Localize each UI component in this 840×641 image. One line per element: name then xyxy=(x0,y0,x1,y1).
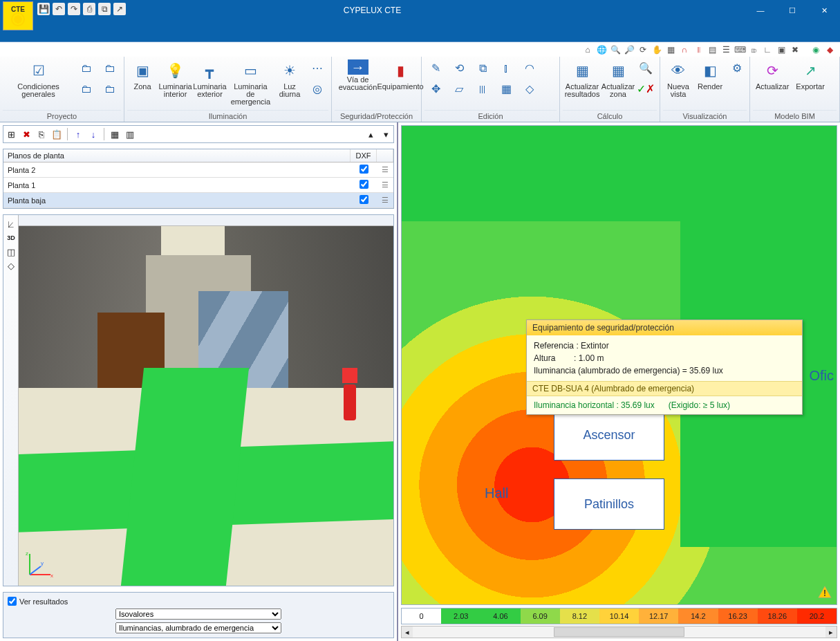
row-config-icon[interactable]: ☰ xyxy=(377,178,393,192)
edit5[interactable]: ⧉ xyxy=(472,58,494,77)
options-icon[interactable]: ⎄ xyxy=(747,44,760,56)
edit1[interactable]: ✎ xyxy=(424,58,447,77)
col-config[interactable] xyxy=(377,149,393,162)
row-config-icon[interactable]: ☰ xyxy=(377,194,393,207)
scroll-left-icon[interactable]: ◂ xyxy=(402,626,413,638)
edit2[interactable]: ✥ xyxy=(424,79,447,98)
edit4[interactable]: ▱ xyxy=(448,79,470,98)
check-x-button[interactable]: ✓✗ xyxy=(635,79,657,98)
condiciones-generales-button[interactable]: ☑ Condiciones generales xyxy=(3,58,74,100)
settings-button[interactable]: ⚙ xyxy=(727,58,747,77)
keyboard-icon[interactable]: ⌨ xyxy=(734,44,746,56)
edit6[interactable]: ⫼ xyxy=(472,79,494,98)
paste-icon[interactable]: 📋 xyxy=(50,128,63,140)
row-config-icon[interactable]: ☰ xyxy=(377,163,393,176)
nueva-vista-button[interactable]: 👁Nueva vista xyxy=(663,58,693,100)
collapse-down-icon[interactable]: ▾ xyxy=(380,128,392,140)
external-icon[interactable]: ↗ xyxy=(113,3,126,15)
folder3-button[interactable]: 🗀 xyxy=(99,58,121,77)
up-icon[interactable]: ↑ xyxy=(72,128,84,140)
preview-icon[interactable]: ▦ xyxy=(109,128,121,140)
dots-button[interactable]: ⋯ xyxy=(306,58,328,77)
axis-icon[interactable]: ⟀ xyxy=(5,218,17,230)
box-icon[interactable]: ⧉ xyxy=(98,3,111,15)
down-icon[interactable]: ↓ xyxy=(87,128,100,140)
home-icon[interactable]: ⌂ xyxy=(581,44,594,56)
folder4-button[interactable]: 🗀 xyxy=(99,79,121,98)
col-name[interactable]: Planos de planta xyxy=(3,149,351,162)
close-button[interactable]: ✕ xyxy=(808,1,840,20)
col-dxf[interactable]: DXF xyxy=(351,149,377,162)
print-icon[interactable]: ⎙ xyxy=(83,3,95,15)
edit9[interactable]: ◠ xyxy=(519,58,541,77)
zoom-calc-button[interactable]: 🔍 xyxy=(635,58,657,77)
edit3[interactable]: ⟲ xyxy=(448,58,470,77)
refresh-icon[interactable]: ⟳ xyxy=(637,44,649,56)
snap-icon[interactable]: ⫴ xyxy=(692,44,704,56)
save-icon[interactable]: 💾 xyxy=(37,3,50,15)
zone-icon: ▣ xyxy=(131,59,153,82)
dxf-checkbox[interactable] xyxy=(360,165,368,174)
zoom-out-icon[interactable]: 🔎 xyxy=(623,44,635,56)
actualizar-bim-button[interactable]: ⟳Actualizar xyxy=(753,58,792,92)
luz-diurna-button[interactable]: ☀Luz diurna xyxy=(274,58,305,100)
dxf-checkbox[interactable] xyxy=(360,180,368,189)
undo-icon[interactable]: ↶ xyxy=(53,3,65,15)
folder1-button[interactable]: 🗀 xyxy=(75,58,97,77)
maximize-button[interactable]: ☐ xyxy=(776,1,808,20)
scroll-thumb[interactable] xyxy=(554,627,684,637)
zona-button[interactable]: ▣Zona xyxy=(127,58,158,92)
via-evacuacion-button[interactable]: →Vía de evacuación xyxy=(335,58,381,93)
folder2-button[interactable]: 🗀 xyxy=(75,79,97,98)
hand-icon[interactable]: ✋ xyxy=(651,44,663,56)
help-icon[interactable]: ◉ xyxy=(810,44,822,56)
scroll-right-icon[interactable]: ▸ xyxy=(825,626,837,638)
copy-icon[interactable]: ⎘ xyxy=(35,128,48,140)
info-tooltip: Equipamiento de seguridad/protección Ref… xyxy=(526,319,803,415)
edit7[interactable]: ⫿ xyxy=(495,58,517,77)
table-row[interactable]: Planta 1☰ xyxy=(3,178,393,193)
dots-icon: ⋯ xyxy=(309,59,326,76)
wire-icon[interactable]: ◇ xyxy=(5,259,17,272)
add-icon[interactable]: ⊞ xyxy=(5,128,17,140)
actualizar-resultados-button[interactable]: ▦Actualizar resultados xyxy=(563,58,601,100)
edit10[interactable]: ◇ xyxy=(519,79,541,98)
delete-icon[interactable]: ✖ xyxy=(20,128,32,140)
cube-icon: ◧ xyxy=(699,59,721,82)
ver-resultados-checkbox[interactable] xyxy=(8,597,17,606)
zoom-icon[interactable]: 🔍 xyxy=(609,44,622,56)
tools-icon[interactable]: ✖ xyxy=(789,44,801,56)
redo-icon[interactable]: ↷ xyxy=(68,3,80,15)
squares-icon[interactable]: ▣ xyxy=(775,44,787,56)
edit8[interactable]: ▦ xyxy=(495,79,517,98)
display-mode-select[interactable]: Isovalores xyxy=(115,609,281,620)
luminaria-exterior-button[interactable]: ┳Luminaria exterior xyxy=(193,58,227,100)
render-button[interactable]: ◧Render xyxy=(695,58,725,92)
exportar-button[interactable]: ↗Exportar xyxy=(793,58,828,92)
luminaria-emergencia-button[interactable]: ▭Luminaria de emergencia xyxy=(228,58,273,107)
viewport-3d[interactable]: ⟀ 3D ◫ ◇ x z y xyxy=(3,214,394,586)
angle-icon[interactable]: ∟ xyxy=(761,44,774,56)
cube3d-icon[interactable]: ◫ xyxy=(5,245,17,258)
table-row[interactable]: Planta 2☰ xyxy=(3,162,393,178)
magnet-icon[interactable]: ∩ xyxy=(678,44,691,56)
grid-icon[interactable]: ▥ xyxy=(124,128,136,140)
grid-icon[interactable]: ▤ xyxy=(706,44,718,56)
book-icon[interactable]: ◆ xyxy=(823,44,836,56)
equipamiento-button[interactable]: ▮Equipamiento xyxy=(382,58,418,92)
collapse-up-icon[interactable]: ▴ xyxy=(364,128,377,140)
heatmap-viewport[interactable]: Hall Ascensor Patinillos Ofic Equipamien… xyxy=(401,125,837,605)
minimize-button[interactable]: — xyxy=(745,1,776,20)
table-row[interactable]: Planta baja☰ xyxy=(3,193,393,208)
dxf-checkbox[interactable] xyxy=(360,195,368,204)
luminaria-interior-button[interactable]: 💡Luminaria interior xyxy=(159,58,192,100)
select-icon[interactable]: ▦ xyxy=(664,44,677,56)
target-button[interactable]: ◎ xyxy=(306,79,328,98)
layers-icon[interactable]: ☰ xyxy=(720,44,732,56)
globe-icon[interactable]: 🌐 xyxy=(595,44,608,56)
actualizar-zona-button[interactable]: ▦Actualizar zona xyxy=(603,58,633,100)
magnitude-select[interactable]: Iluminancias, alumbrado de emergencia xyxy=(115,622,281,633)
viewport-scrollbar[interactable] xyxy=(19,215,393,226)
3d-icon[interactable]: 3D xyxy=(5,232,17,244)
horizontal-scrollbar[interactable]: ◂ ▸ xyxy=(401,626,837,638)
